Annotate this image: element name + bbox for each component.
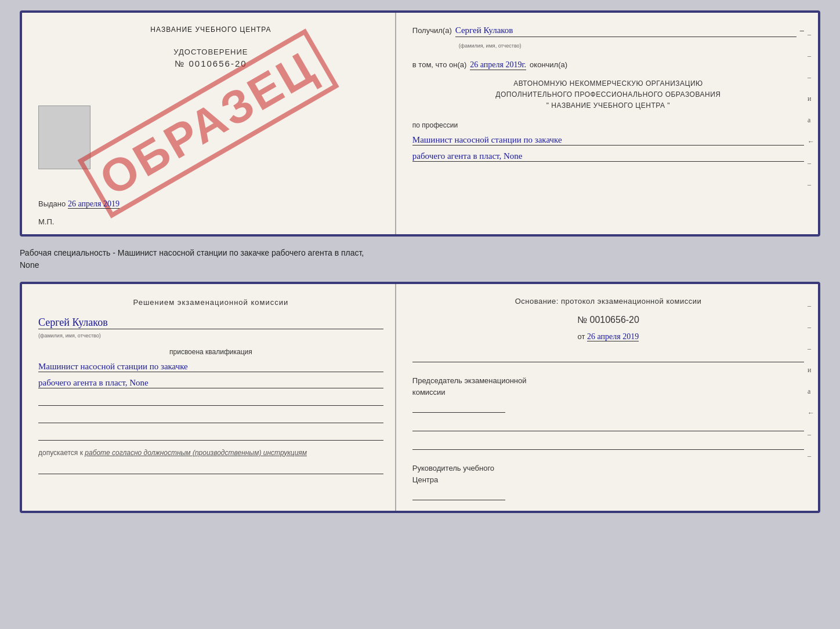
org-block: АВТОНОМНУЮ НЕКОММЕРЧЕСКУЮ ОРГАНИЗАЦИЮ ДО… [412, 78, 804, 112]
cert-number: № 0010656-20 [38, 59, 383, 68]
prof-value-line1: Машинист насосной станции по закачке [412, 135, 804, 146]
qualif-line2: рабочего агента в пласт, None [38, 378, 383, 388]
cert-label: УДОСТОВЕРЕНИЕ [38, 48, 383, 56]
in-that-label: в том, что он(а) [412, 60, 466, 69]
osnov-title: Основание: протокол экзаменационной коми… [412, 297, 804, 306]
received-name: Сергей Кулаков [455, 26, 796, 37]
org-line2: ДОПОЛНИТЕЛЬНОГО ПРОФЕССИОНАЛЬНОГО ОБРАЗО… [412, 89, 804, 100]
proto-from: от [578, 332, 585, 341]
bottom-left-panel: Решением экзаменационной комиссии Сергей… [22, 284, 396, 511]
photo-placeholder [38, 106, 90, 169]
cert-left-panel: НАЗВАНИЕ УЧЕБНОГО ЦЕНТРА УДОСТОВЕРЕНИЕ №… [22, 13, 396, 234]
допуск-prefix: допускается к [38, 449, 83, 457]
issued-line: Выдано 26 апреля 2019 [38, 199, 120, 209]
head-label1: Руководитель учебного [412, 463, 804, 474]
bottom-right-side-marks: – – – и а ← – – [808, 301, 814, 460]
blank-line-4 [38, 464, 383, 474]
received-sub: (фамилия, имя, отчество) [459, 43, 522, 49]
head-sig-line [412, 488, 505, 500]
protocol-number: № 0010656-20 [412, 315, 804, 325]
blank-line-2 [38, 413, 383, 423]
допуск-value: работе согласно должностным (производств… [85, 449, 307, 457]
chairman-label1: Председатель экзаменационной [412, 375, 804, 387]
bottom-name: Сергей Кулаков [38, 317, 383, 329]
cert-date: 26 апреля 2019г. [470, 60, 526, 70]
blank-line-1 [38, 395, 383, 406]
received-row: Получил(а) Сергей Кулаков – [412, 26, 804, 37]
certificate-top: НАЗВАНИЕ УЧЕБНОГО ЦЕНТРА УДОСТОВЕРЕНИЕ №… [20, 10, 820, 237]
protocol-date: от 26 апреля 2019 [412, 332, 804, 341]
stamp-obrazec: ОБРАЗЕЦ [78, 28, 339, 218]
bottom-name-sub: (фамилия, имя, отчество) [38, 333, 383, 339]
issued-date: 26 апреля 2019 [68, 199, 120, 209]
received-label: Получил(а) [412, 26, 452, 35]
bottom-right-blank3 [412, 439, 804, 450]
decision-title: Решением экзаменационной комиссии [38, 297, 383, 308]
head-label2: Центра [412, 474, 804, 486]
prof-value-line2: рабочего агента в пласт, None [412, 151, 804, 162]
bottom-right-blank2 [412, 421, 804, 431]
допуск-row: допускается к работе согласно должностны… [38, 449, 383, 457]
mp-label: М.П. [38, 217, 54, 226]
finished-label: окончил(а) [530, 60, 567, 69]
middle-line2: None [20, 260, 39, 270]
cert-right-panel: Получил(а) Сергей Кулаков – (фамилия, им… [396, 13, 818, 234]
cert-center-title: НАЗВАНИЕ УЧЕБНОГО ЦЕНТРА [38, 26, 383, 34]
qualif-line1: Машинист насосной станции по закачке [38, 362, 383, 372]
blank-line-3 [38, 430, 383, 441]
proto-date-value: 26 апреля 2019 [587, 332, 639, 341]
middle-line1: Рабочая специальность - Машинист насосно… [20, 248, 364, 257]
bottom-right-panel: Основание: протокол экзаменационной коми… [396, 284, 818, 511]
chairman-sig-line [412, 400, 505, 413]
certificate-bottom: Решением экзаменационной комиссии Сергей… [20, 282, 820, 513]
chairman-block: Председатель экзаменационной комиссии [412, 375, 804, 413]
bottom-right-blank1 [412, 352, 804, 362]
chairman-label2: комиссии [412, 387, 804, 398]
head-block: Руководитель учебного Центра [412, 463, 804, 500]
assigned-label: присвоена квалификация [38, 348, 383, 356]
org-line1: АВТОНОМНУЮ НЕКОММЕРЧЕСКУЮ ОРГАНИЗАЦИЮ [412, 78, 804, 89]
prof-label: по профессии [412, 121, 804, 129]
org-line3: " НАЗВАНИЕ УЧЕБНОГО ЦЕНТРА " [412, 100, 804, 111]
middle-text-block: Рабочая специальность - Машинист насосно… [20, 245, 820, 274]
right-side-marks: – – – и а ← – – [808, 30, 814, 189]
in-that-row: в том, что он(а) 26 апреля 2019г. окончи… [412, 60, 804, 70]
issued-label: Выдано [38, 199, 66, 208]
